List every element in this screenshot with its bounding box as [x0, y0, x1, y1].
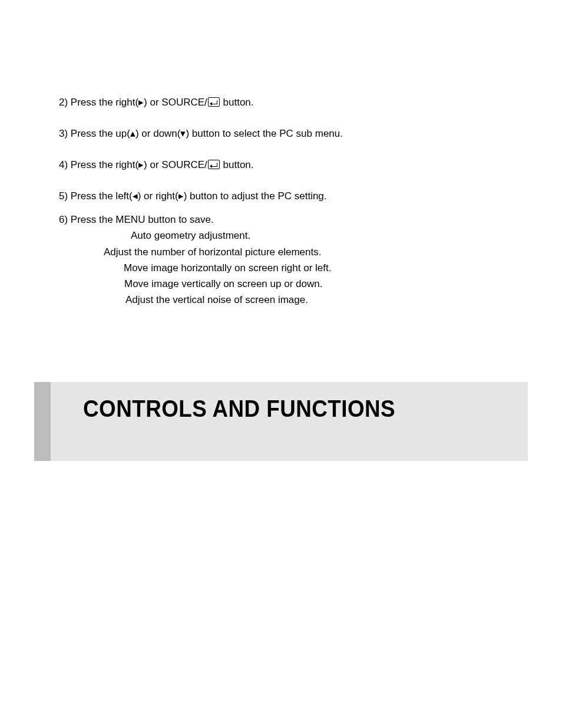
description-auto-geometry: Auto geometry adjustment. — [131, 228, 527, 243]
step-5: 5) Press the left(◂) or right(▸) button … — [59, 190, 527, 203]
step-4-post: button. — [220, 159, 254, 170]
step-4-mid: ) or SOURCE/ — [144, 159, 207, 170]
step-6-text: 6) Press the MENU button to save. — [59, 214, 214, 225]
right-arrow-icon: ▸ — [138, 159, 144, 170]
step-4: 4) Press the right(▸) or SOURCE/ button. — [59, 159, 527, 172]
section-title: CONTROLS AND FUNCTIONS — [70, 409, 409, 436]
step-3-mid1: ) or down( — [135, 128, 181, 139]
step-5-post: ) button to adjust the PC setting. — [184, 190, 327, 202]
enter-icon — [208, 97, 220, 107]
page: 2) Press the right(▸) or SOURCE/ button.… — [0, 0, 562, 728]
section-banner-tab — [34, 382, 51, 461]
description-horizontal-elements: Adjust the number of horizontal picture … — [104, 244, 527, 260]
section-banner: CONTROLS AND FUNCTIONS — [34, 382, 528, 461]
step-3: 3) Press the up(▴) or down(▾) button to … — [59, 127, 527, 140]
up-arrow-icon: ▴ — [130, 128, 135, 139]
section-title-text: CONTROLS AND FUNCTIONS — [83, 396, 395, 422]
description-move-horizontal: Move image horizontally on screen right … — [124, 260, 527, 276]
step-2-mid: ) or SOURCE/ — [144, 97, 207, 108]
enter-icon — [208, 160, 220, 169]
description-vertical-noise: Adjust the vertical noise of screen imag… — [125, 292, 527, 308]
step-3-post: ) button to select the PC sub menu. — [186, 128, 342, 139]
description-move-vertical: Move image vertically on screen up or do… — [124, 276, 527, 292]
step-5-pre: 5) Press the left( — [59, 190, 133, 202]
step-2: 2) Press the right(▸) or SOURCE/ button. — [59, 96, 527, 109]
step-2-pre: 2) Press the right( — [59, 97, 138, 108]
left-arrow-icon: ◂ — [133, 190, 138, 202]
step-6: 6) Press the MENU button to save. — [59, 213, 527, 226]
step-2-post: button. — [220, 97, 254, 108]
step-4-pre: 4) Press the right( — [59, 159, 138, 170]
step-3-pre: 3) Press the up( — [59, 128, 130, 139]
right-arrow-icon: ▸ — [138, 97, 144, 108]
step-5-mid: ) or right( — [138, 190, 178, 202]
right-arrow-icon: ▸ — [178, 190, 184, 202]
